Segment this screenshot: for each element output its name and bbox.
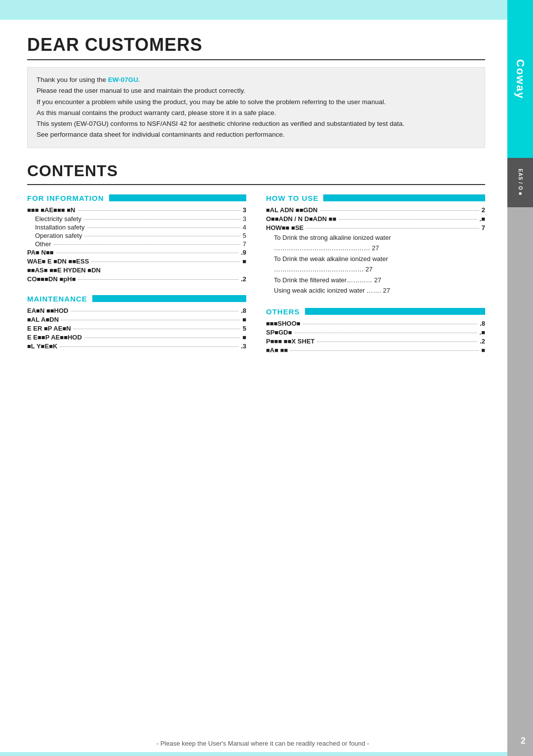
toc-howto-se-page: 7 <box>482 224 485 231</box>
toc-strong-alkaline-dots: ……………………………………… 27 <box>266 243 485 253</box>
toc-safety-page: 3 <box>243 206 246 214</box>
toc-safety-label: ■■■ ■AE■■■ ■N <box>27 206 76 214</box>
toc-warranty-dots <box>290 350 479 351</box>
toc-filter-replace-dots <box>74 329 240 329</box>
how-to-use-label: HOW TO USE <box>266 194 318 202</box>
toc-electricity-page: 3 <box>243 215 246 223</box>
toc-safety: ■■■ ■AE■■■ ■N 3 <box>27 206 246 214</box>
brand-label: Coway <box>514 59 527 99</box>
how-to-use-bar <box>323 194 485 201</box>
toc-operation-label: Operation safety <box>35 232 82 239</box>
toc-condition-dots <box>78 279 238 280</box>
toc-water-label: WAE■ E ■DN ■■ESS <box>27 258 89 265</box>
toc-filter-method-page: ■ <box>242 334 246 341</box>
toc-data-sheet-dots <box>317 341 478 342</box>
intro-period: . <box>138 76 140 83</box>
toc-weak-alkaline-dots: …………………………………… 27 <box>266 265 485 274</box>
bottom-accent-bar <box>0 752 507 756</box>
toc-water-page: ■ <box>242 258 246 265</box>
toc-filter-replace-page: 5 <box>243 325 246 332</box>
toc-filtered: To Drink the filtered water………… 27 <box>266 275 485 285</box>
toc-clean-method: EA■N ■■HOD .8 <box>27 307 246 314</box>
toc-troubleshoot-page: .8 <box>480 320 485 327</box>
toc-nal-adn-label: ■AL A■DN <box>27 316 59 323</box>
maintenance-bar <box>92 295 246 302</box>
toc-other-page: 7 <box>243 240 246 248</box>
toc-filter-method-label: E E■■P AE■■HOD <box>27 334 82 341</box>
toc-electricity-label: Electricity safety <box>35 215 81 223</box>
how-to-use-header: HOW TO USE <box>266 194 485 202</box>
toc-electricity-dots <box>84 219 240 220</box>
for-information-section: FOR INFORMATION ■■■ ■AE■■■ ■N 3 Electric… <box>27 194 246 283</box>
left-column: FOR INFORMATION ■■■ ■AE■■■ ■N 3 Electric… <box>27 194 246 366</box>
toc-nal-adn: ■AL A■DN ■ <box>27 316 246 323</box>
toc-howto-se-dots <box>306 228 479 228</box>
toc-spgdn-label: SP■GD■ <box>266 329 292 336</box>
others-header: OTHERS <box>266 307 485 316</box>
toc-warranty-label: ■A■ ■■ <box>266 346 288 354</box>
maintenance-section: MAINTENANCE EA■N ■■HOD .8 ■AL A■DN ■ E E… <box>27 295 246 350</box>
toc-spgdn-page: .■ <box>480 329 485 336</box>
toc-condition-page: .2 <box>241 275 246 283</box>
for-information-label: FOR INFORMATION <box>27 194 104 202</box>
contents-grid: FOR INFORMATION ■■■ ■AE■■■ ■N 3 Electric… <box>27 194 485 366</box>
toc-installation-label: Installation safety <box>35 224 84 231</box>
toc-warranty: ■A■ ■■ ■ <box>266 346 485 354</box>
maintenance-label: MAINTENANCE <box>27 295 87 303</box>
toc-filter-method-dots <box>84 338 240 338</box>
intro-line-3: If you encounter a problem while using t… <box>37 98 386 106</box>
toc-condition: CO■■■DN ■pH■ .2 <box>27 275 246 283</box>
toc-filter-replace: E ER ■P AE■N 5 <box>27 325 246 332</box>
toc-electricity: Electricity safety 3 <box>27 215 246 223</box>
tabs-label: EAS / O■ <box>518 169 523 196</box>
toc-nal-gdn-label: ■AL ADN ■■GDN <box>266 206 317 214</box>
toc-operation-n-dots <box>339 219 477 220</box>
toc-operation: Operation safety 5 <box>27 232 246 239</box>
maintenance-header: MAINTENANCE <box>27 295 246 303</box>
dear-customers-title: DEAR CUSTOMERS <box>27 35 485 60</box>
brand-bar: Coway <box>507 0 533 158</box>
toc-part-name-page: .9 <box>241 249 246 256</box>
intro-line-4: As this manual contains the product warr… <box>37 109 276 116</box>
toc-weak-alkaline: To Drink the weak alkaline ionized water <box>266 254 485 264</box>
toc-daily-check-dots <box>60 346 238 347</box>
page-number: 2 <box>521 736 526 746</box>
toc-water: WAE■ E ■DN ■■ESS ■ <box>27 258 246 265</box>
toc-operation-n-label: O■■ADN / N D■ADN ■■ <box>266 215 337 223</box>
toc-nal-adn-page: ■ <box>242 316 246 323</box>
toc-nal-gdn-page: 2 <box>482 206 485 214</box>
toc-other-label: Other <box>35 240 51 248</box>
intro-line-6: See performance data sheet for individua… <box>37 131 285 138</box>
for-information-header: FOR INFORMATION <box>27 194 246 202</box>
toc-spgdn: SP■GD■ .■ <box>266 329 485 336</box>
toc-operation-page: 5 <box>243 232 246 239</box>
toc-hydrogen: ■■AS■ ■■E HYDEN ■DN <box>27 266 246 274</box>
others-label: OTHERS <box>266 307 300 316</box>
toc-data-sheet: P■■■ ■■X SHET .2 <box>266 338 485 345</box>
others-section: OTHERS ■■■SHOO■ .8 SP■GD■ .■ P■■■ ■■X SH… <box>266 307 485 354</box>
footer-text: - Please keep the User's Manual where it… <box>27 740 498 747</box>
toc-data-sheet-label: P■■■ ■■X SHET <box>266 338 315 345</box>
toc-part-name-dots <box>56 253 239 253</box>
toc-weak-acidic: Using weak acidic ionized water ……. 27 <box>266 286 485 296</box>
toc-strong-alkaline: To Drink the strong alkaline ionized wat… <box>266 233 485 243</box>
toc-clean-method-page: .8 <box>241 307 246 314</box>
toc-installation-dots <box>87 227 240 228</box>
toc-hydrogen-label: ■■AS■ ■■E HYDEN ■DN <box>27 266 101 274</box>
toc-operation-dots <box>84 236 240 236</box>
toc-operation-n-page: .■ <box>480 215 485 223</box>
toc-installation: Installation safety 4 <box>27 224 246 231</box>
tabs-bar: EAS / O■ <box>507 158 533 207</box>
toc-troubleshoot: ■■■SHOO■ .8 <box>266 320 485 327</box>
toc-water-dots <box>91 262 240 262</box>
toc-nal-gdn: ■AL ADN ■■GDN 2 <box>266 206 485 214</box>
toc-daily-check: ■L Y■E■K .3 <box>27 342 246 350</box>
toc-data-sheet-page: .2 <box>480 338 485 345</box>
toc-troubleshoot-label: ■■■SHOO■ <box>266 320 301 327</box>
toc-other: Other 7 <box>27 240 246 248</box>
toc-condition-label: CO■■■DN ■pH■ <box>27 275 76 283</box>
toc-clean-method-dots <box>71 311 239 311</box>
contents-title: CONTENTS <box>27 162 485 185</box>
toc-daily-check-label: ■L Y■E■K <box>27 342 57 350</box>
toc-clean-method-label: EA■N ■■HOD <box>27 307 69 314</box>
